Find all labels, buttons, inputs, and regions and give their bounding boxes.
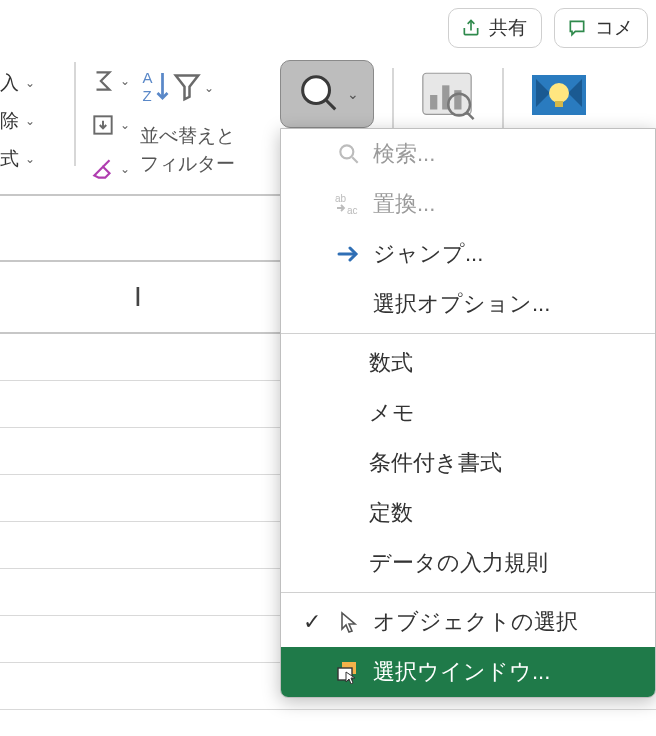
- share-icon: [461, 18, 481, 38]
- chevron-down-icon: ⌄: [120, 74, 130, 88]
- menu-formulas[interactable]: 数式: [281, 338, 655, 388]
- chevron-down-icon: ⌄: [25, 114, 35, 128]
- svg-text:ab: ab: [335, 193, 347, 204]
- format-cells[interactable]: 式⌄: [0, 144, 74, 182]
- sort-az-icon: A Z: [140, 68, 170, 108]
- menu-separator: [281, 333, 655, 334]
- menu-replace: ab ac 置換...: [281, 179, 655, 229]
- comment-button[interactable]: コメ: [554, 8, 648, 48]
- svg-text:Z: Z: [143, 87, 152, 104]
- analyze-chart-icon: [418, 66, 476, 124]
- checkmark-icon: ✓: [295, 609, 329, 635]
- arrow-right-icon: [336, 244, 362, 264]
- fill-button[interactable]: ⌄: [90, 108, 130, 142]
- share-label: 共有: [489, 15, 527, 41]
- magnifier-icon: [336, 141, 362, 167]
- eraser-icon: [90, 156, 116, 182]
- svg-point-14: [340, 145, 353, 158]
- menu-find: 検索...: [281, 129, 655, 179]
- selection-pane-icon: [336, 660, 362, 684]
- svg-point-3: [303, 77, 330, 104]
- magnifier-icon: [295, 71, 341, 117]
- comment-label: コメ: [595, 15, 633, 41]
- menu-goto[interactable]: ジャンプ...: [281, 229, 655, 279]
- svg-point-12: [549, 83, 569, 103]
- find-select-button[interactable]: ⌄: [280, 60, 374, 128]
- menu-constants[interactable]: 定数: [281, 488, 655, 538]
- chevron-down-icon: ⌄: [204, 81, 214, 95]
- sort-filter-button[interactable]: A Z ⌄: [140, 64, 235, 108]
- cells-group: 入⌄ 除⌄ 式⌄: [0, 56, 74, 194]
- funnel-icon: [172, 68, 202, 108]
- chevron-down-icon: ⌄: [347, 86, 359, 102]
- insert-cells[interactable]: 入⌄: [0, 68, 74, 106]
- svg-rect-5: [430, 95, 437, 110]
- svg-text:A: A: [143, 69, 153, 86]
- menu-goto-special[interactable]: 選択オプション...: [281, 279, 655, 329]
- editing-group: ⌄ ⌄ ⌄ A Z: [76, 56, 239, 194]
- menu-separator: [281, 592, 655, 593]
- sort-filter-label: 並べ替えと フィルター: [140, 122, 235, 178]
- delete-cells[interactable]: 除⌄: [0, 106, 74, 144]
- replace-icon: ab ac: [335, 192, 363, 216]
- clear-button[interactable]: ⌄: [90, 152, 130, 186]
- chevron-down-icon: ⌄: [120, 162, 130, 176]
- menu-selection-pane[interactable]: 選択ウインドウ...: [281, 647, 655, 697]
- ideas-button[interactable]: [524, 60, 594, 130]
- comment-icon: [567, 18, 587, 38]
- autosum-button[interactable]: ⌄: [90, 64, 130, 98]
- menu-notes[interactable]: メモ: [281, 388, 655, 438]
- analyze-data-button[interactable]: [412, 60, 482, 130]
- menu-select-objects[interactable]: ✓ オブジェクトの選択: [281, 597, 655, 647]
- find-select-menu: 検索... ab ac 置換... ジャンプ... 選択オプション... 数式 …: [280, 128, 656, 698]
- chevron-down-icon: ⌄: [25, 76, 35, 90]
- share-button[interactable]: 共有: [448, 8, 542, 48]
- menu-data-validation[interactable]: データの入力規則: [281, 538, 655, 588]
- menu-conditional-formatting[interactable]: 条件付き書式: [281, 438, 655, 488]
- fill-down-icon: [90, 112, 116, 138]
- cursor-icon: [338, 610, 360, 634]
- svg-rect-13: [555, 101, 563, 107]
- sigma-icon: [90, 68, 116, 94]
- chevron-down-icon: ⌄: [25, 152, 35, 166]
- chevron-down-icon: ⌄: [120, 118, 130, 132]
- svg-text:ac: ac: [347, 205, 358, 216]
- lightbulb-icon: [530, 71, 588, 119]
